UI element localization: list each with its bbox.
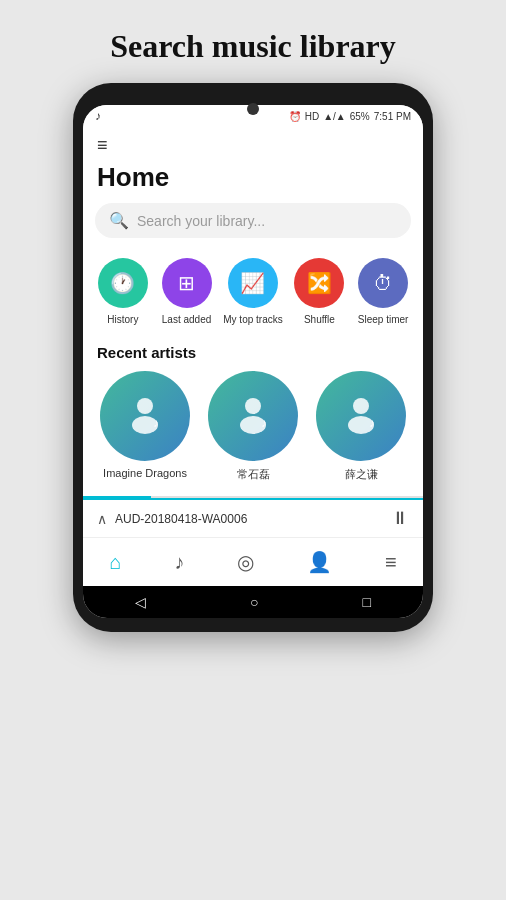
hd-label: HD [305,111,319,122]
svg-point-3 [245,398,261,414]
action-last-added[interactable]: ⊞ Last added [160,258,214,326]
profile-nav-icon: 👤 [307,550,332,574]
artist-chang-shi-lei[interactable]: ♪ 常石磊 [208,371,298,482]
last-added-circle: ⊞ [162,258,212,308]
history-label: History [107,314,138,326]
artist-person-icon-3: ♪ [337,389,385,444]
pause-button[interactable]: ⏸ [391,508,409,529]
artist-imagine-dragons[interactable]: ♪ Imagine Dragons [100,371,190,482]
top-tracks-icon: 📈 [240,271,265,295]
phone-frame: ♪ ⏰ HD ▲/▲ 65% 7:51 PM ≡ Home 🔍 Search y… [73,83,433,632]
sleep-timer-label: Sleep timer [358,314,409,326]
now-playing-bar: ∧ AUD-20180418-WA0006 ⏸ [83,498,423,537]
shuffle-label: Shuffle [304,314,335,326]
artist-avatar-imagine-dragons: ♪ [100,371,190,461]
action-sleep-timer[interactable]: ⏱ Sleep timer [356,258,410,326]
music-nav-icon: ♪ [174,551,184,574]
top-tracks-label: My top tracks [223,314,282,326]
artist-person-icon-2: ♪ [229,389,277,444]
android-recent-button[interactable]: □ [363,594,371,610]
music-note-icon: ♪ [95,109,101,123]
artist-xue-zhi-qian[interactable]: ♪ 薛之谦 [316,371,406,482]
search-input[interactable]: Search your library... [137,213,265,229]
recent-artists-title: Recent artists [83,334,423,371]
svg-text:♪: ♪ [261,416,267,430]
action-top-tracks[interactable]: 📈 My top tracks [223,258,282,326]
history-circle: 🕐 [98,258,148,308]
expand-player-button[interactable]: ∧ [97,511,107,527]
progress-fill [83,496,151,498]
sleep-timer-icon: ⏱ [373,272,393,295]
sleep-timer-circle: ⏱ [358,258,408,308]
queue-nav-icon: ≡ [385,551,397,574]
artists-row: ♪ Imagine Dragons ♪ [83,371,423,496]
app-content: ≡ Home 🔍 Search your library... 🕐 Histor… [83,127,423,496]
bottom-navigation: ⌂ ♪ ◎ 👤 ≡ [83,537,423,586]
hamburger-menu-button[interactable]: ≡ [83,127,423,158]
search-bar[interactable]: 🔍 Search your library... [95,203,411,238]
quick-actions-row: 🕐 History ⊞ Last added 📈 My top tracks [83,254,423,334]
artist-name-chang-shi-lei: 常石磊 [237,467,270,482]
svg-point-0 [137,398,153,414]
action-shuffle[interactable]: 🔀 Shuffle [292,258,346,326]
action-history[interactable]: 🕐 History [96,258,150,326]
artist-avatar-xue-zhi-qian: ♪ [316,371,406,461]
svg-text:♪: ♪ [153,416,159,430]
last-added-icon: ⊞ [178,271,195,295]
svg-text:♪: ♪ [369,416,375,430]
home-nav-icon: ⌂ [109,551,121,574]
android-home-button[interactable]: ○ [250,594,258,610]
nav-disc[interactable]: ◎ [227,546,264,578]
nav-queue[interactable]: ≡ [375,547,407,578]
nav-music[interactable]: ♪ [164,547,194,578]
page-title: Search music library [90,0,416,83]
shuffle-icon: 🔀 [307,271,332,295]
phone-camera [247,103,259,115]
phone-screen: ♪ ⏰ HD ▲/▲ 65% 7:51 PM ≡ Home 🔍 Search y… [83,105,423,618]
android-back-button[interactable]: ◁ [135,594,146,610]
clock-time: 7:51 PM [374,111,411,122]
android-navigation-bar: ◁ ○ □ [83,586,423,618]
artist-name-imagine-dragons: Imagine Dragons [103,467,187,479]
nav-home[interactable]: ⌂ [99,547,131,578]
now-playing-track-title: AUD-20180418-WA0006 [115,512,383,526]
top-tracks-circle: 📈 [228,258,278,308]
now-playing-progress [83,496,423,498]
artist-person-icon: ♪ [121,389,169,444]
home-screen-title: Home [83,158,423,203]
history-icon: 🕐 [110,271,135,295]
disc-nav-icon: ◎ [237,550,254,574]
artist-avatar-chang-shi-lei: ♪ [208,371,298,461]
artist-name-xue-zhi-qian: 薛之谦 [345,467,378,482]
battery-level: 65% [350,111,370,122]
last-added-label: Last added [162,314,212,326]
alarm-icon: ⏰ [289,111,301,122]
nav-profile[interactable]: 👤 [297,546,342,578]
shuffle-circle: 🔀 [294,258,344,308]
svg-point-6 [353,398,369,414]
signal-icon: ▲/▲ [323,111,346,122]
search-icon: 🔍 [109,211,129,230]
